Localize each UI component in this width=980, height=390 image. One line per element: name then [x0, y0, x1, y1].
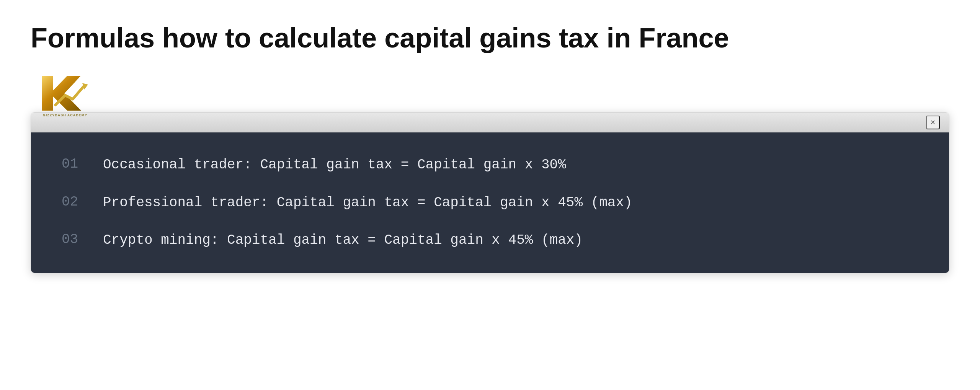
line-content: Professional trader: Capital gain tax = … [103, 193, 632, 212]
window-close-button[interactable]: × [926, 116, 940, 129]
line-number: 02 [62, 193, 85, 210]
svg-marker-1 [42, 76, 81, 111]
table-row: 02Professional trader: Capital gain tax … [62, 193, 918, 212]
line-number: 03 [62, 231, 85, 247]
window-titlebar: × [31, 113, 949, 132]
line-content: Occasional trader: Capital gain tax = Ca… [103, 155, 566, 175]
code-window: × 01Occasional trader: Capital gain tax … [31, 112, 949, 273]
svg-text:GIZZYBASH ACADEMY: GIZZYBASH ACADEMY [43, 113, 88, 117]
line-content: Crypto mining: Capital gain tax = Capita… [103, 231, 583, 250]
table-row: 01Occasional trader: Capital gain tax = … [62, 155, 918, 175]
table-row: 03Crypto mining: Capital gain tax = Capi… [62, 231, 918, 250]
line-number: 01 [62, 155, 85, 172]
page-title: Formulas how to calculate capital gains … [31, 23, 729, 53]
logo: GIZZYBASH ACADEMY [34, 69, 96, 120]
code-body: 01Occasional trader: Capital gain tax = … [31, 132, 949, 273]
